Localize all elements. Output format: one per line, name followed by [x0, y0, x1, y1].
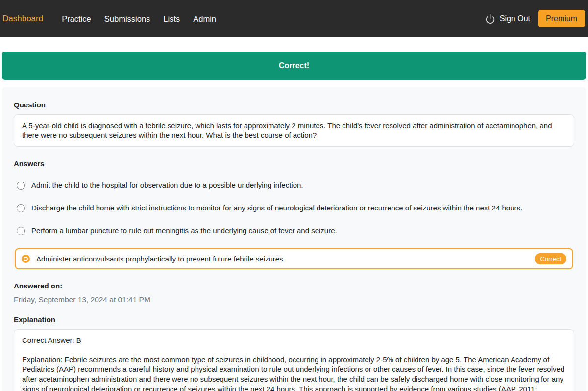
result-banner: Correct!	[2, 52, 586, 80]
brand-dashboard-link[interactable]: Dashboard	[2, 14, 43, 24]
power-icon	[485, 14, 495, 24]
answers-label: Answers	[14, 159, 574, 168]
sign-out-button[interactable]: Sign Out	[485, 14, 530, 24]
question-card: Question A 5-year-old child is diagnosed…	[2, 87, 586, 391]
nav-link-admin[interactable]: Admin	[193, 14, 216, 24]
answer-option-d-selected[interactable]: Administer anticonvulsants prophylactica…	[15, 248, 573, 269]
question-text-box: A 5-year-old child is diagnosed with a f…	[14, 114, 574, 147]
answer-option-b[interactable]: Discharge the child home with strict ins…	[14, 203, 574, 213]
answer-option-c[interactable]: Perform a lumbar puncture to rule out me…	[14, 226, 574, 235]
correct-answer-line: Correct Answer: B	[22, 336, 566, 345]
nav-link-submissions[interactable]: Submissions	[104, 14, 150, 24]
radio-dot	[24, 258, 27, 260]
radio-ring	[24, 257, 28, 261]
explanation-box: Correct Answer: B Explanation: Febrile s…	[14, 329, 574, 391]
radio-unselected-icon[interactable]	[17, 182, 25, 190]
radio-unselected-icon[interactable]	[17, 204, 25, 212]
sign-out-label: Sign Out	[500, 14, 530, 23]
answered-on-value: Friday, September 13, 2024 at 01:41 PM	[14, 295, 574, 304]
answered-on-label: Answered on:	[14, 282, 574, 290]
top-navbar: Dashboard Practice Submissions Lists Adm…	[0, 0, 588, 37]
answer-option-a-text: Admit the child to the hospital for obse…	[31, 181, 571, 190]
answer-option-c-text: Perform a lumbar puncture to rule out me…	[31, 226, 571, 235]
answer-option-d-text: Administer anticonvulsants prophylactica…	[36, 254, 529, 264]
answer-option-b-text: Discharge the child home with strict ins…	[31, 203, 571, 213]
explanation-label: Explanation	[14, 315, 574, 324]
radio-selected-icon[interactable]	[22, 255, 30, 263]
correct-badge: Correct	[535, 253, 566, 264]
radio-unselected-icon[interactable]	[17, 227, 25, 235]
explanation-text: Explanation: Febrile seizures are the mo…	[22, 355, 566, 391]
navbar-right: Sign Out Premium	[485, 10, 585, 27]
answer-option-a[interactable]: Admit the child to the hospital for obse…	[14, 181, 574, 190]
question-label: Question	[14, 101, 574, 109]
premium-button[interactable]: Premium	[538, 10, 585, 27]
nav-links: Practice Submissions Lists Admin	[62, 14, 216, 24]
nav-link-practice[interactable]: Practice	[62, 14, 91, 24]
nav-link-lists[interactable]: Lists	[163, 14, 180, 24]
